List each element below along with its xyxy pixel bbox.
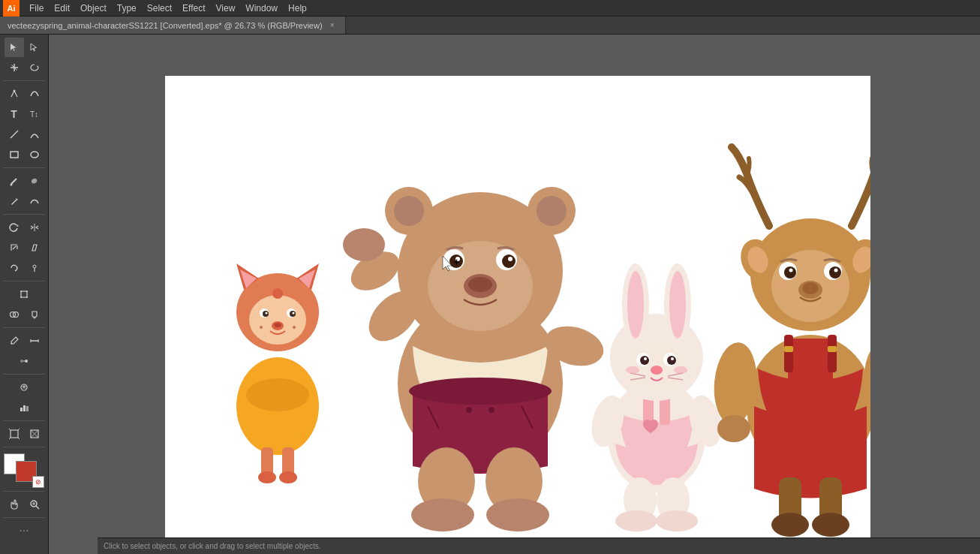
tab-bar: vecteezyspring_animal-characterSS1221 [C… <box>0 17 980 35</box>
warp-tool[interactable] <box>5 258 24 278</box>
tab-close-button[interactable]: × <box>327 20 338 31</box>
separator-3 <box>4 214 44 215</box>
paintbrush-tool[interactable] <box>5 171 24 191</box>
svg-line-32 <box>36 506 39 509</box>
column-graph-tool[interactable] <box>14 398 34 417</box>
symbol-sprayer-tool[interactable] <box>14 378 34 397</box>
tool-row-type: T T↕ <box>5 104 44 124</box>
rectangle-tool[interactable] <box>5 145 24 164</box>
tool-row-freetransform <box>14 285 34 304</box>
svg-rect-11 <box>21 291 27 297</box>
tool-row-hand <box>5 495 44 514</box>
touch-type-tool[interactable]: T↕ <box>25 104 44 124</box>
eyedropper-tool[interactable] <box>5 331 24 351</box>
menu-window[interactable]: Window <box>240 2 283 15</box>
selection-tool[interactable] <box>5 38 24 57</box>
pen-tool[interactable] <box>5 84 24 104</box>
reflect-tool[interactable] <box>25 218 44 237</box>
blend-tool[interactable] <box>14 351 34 371</box>
separator-2 <box>4 167 44 168</box>
tool-row-rect <box>5 145 44 164</box>
svg-point-3 <box>13 90 15 92</box>
arc-tool[interactable] <box>25 125 44 144</box>
svg-point-7 <box>10 184 12 186</box>
separator-10 <box>4 517 44 518</box>
main-layout: T T↕ <box>0 35 980 554</box>
curvature-tool[interactable] <box>25 84 44 104</box>
tool-row-artboard <box>5 424 44 444</box>
tool-row-rotate <box>5 218 44 237</box>
separator-7 <box>4 420 44 421</box>
menu-view[interactable]: View <box>211 2 241 15</box>
none-swatch[interactable]: ⊘ <box>32 476 44 488</box>
live-paint-tool[interactable] <box>25 305 44 324</box>
color-swatches[interactable]: ⊘ <box>4 453 44 488</box>
tool-row-scale <box>5 238 44 257</box>
tool-row-extras: ··· <box>14 521 34 540</box>
shape-builder-tool[interactable] <box>5 305 24 324</box>
smooth-tool[interactable] <box>25 191 44 211</box>
tool-row-eyedropper <box>5 331 44 351</box>
tool-row-lasso <box>5 58 44 77</box>
menu-select[interactable]: Select <box>142 2 177 15</box>
scale-tool[interactable] <box>5 238 24 257</box>
shear-tool[interactable] <box>25 238 44 257</box>
menu-type[interactable]: Type <box>112 2 142 15</box>
blob-brush-tool[interactable] <box>25 171 44 191</box>
tool-row-selection <box>5 38 44 57</box>
zoom-tool[interactable] <box>25 495 44 514</box>
svg-point-15 <box>26 297 28 298</box>
tool-row-graph <box>14 398 34 417</box>
svg-point-22 <box>20 360 23 363</box>
ellipse-tool[interactable] <box>25 145 44 164</box>
svg-point-23 <box>25 360 28 363</box>
free-transform-tool[interactable] <box>14 285 34 304</box>
menu-file[interactable]: File <box>24 2 49 15</box>
tab-title: vecteezyspring_animal-characterSS1221 [C… <box>8 21 323 30</box>
type-tool[interactable]: T <box>5 104 24 124</box>
menu-edit[interactable]: Edit <box>49 2 75 15</box>
svg-rect-26 <box>20 408 23 411</box>
lasso-tool[interactable] <box>25 58 44 77</box>
menu-bar: Ai File Edit Object Type Select Effect V… <box>0 0 980 17</box>
tool-row-blend <box>14 351 34 371</box>
svg-point-13 <box>26 291 28 292</box>
menu-object[interactable]: Object <box>75 2 112 15</box>
pencil-tool[interactable] <box>5 191 24 211</box>
rotate-tool[interactable] <box>5 218 24 237</box>
status-bar: Click to select objects, or click and dr… <box>98 537 980 554</box>
status-text: Click to select objects, or click and dr… <box>104 542 321 550</box>
canvas-area[interactable]: Click to select objects, or click and dr… <box>49 35 980 554</box>
tool-row-warp <box>5 258 44 278</box>
svg-point-14 <box>20 297 22 298</box>
svg-point-12 <box>20 291 22 292</box>
svg-rect-29 <box>11 430 18 438</box>
tool-row-pen <box>5 84 44 104</box>
menu-effect[interactable]: Effect <box>177 2 210 15</box>
separator-5 <box>4 327 44 328</box>
edit-toolbar-button[interactable]: ··· <box>14 521 34 540</box>
left-toolbar: T T↕ <box>0 35 49 554</box>
direct-selection-tool[interactable] <box>25 38 44 57</box>
tool-row-symbol <box>14 378 34 397</box>
separator-4 <box>4 281 44 282</box>
measure-tool[interactable] <box>25 331 44 351</box>
svg-rect-5 <box>11 152 18 158</box>
artboard-tool[interactable] <box>5 424 24 444</box>
line-tool[interactable] <box>5 125 24 144</box>
document-tab[interactable]: vecteezyspring_animal-characterSS1221 [C… <box>0 17 346 34</box>
hand-tool[interactable] <box>5 495 24 514</box>
separator-6 <box>4 374 44 375</box>
tool-row-shapebuilder <box>5 305 44 324</box>
app-logo: Ai <box>3 0 20 17</box>
puppet-warp-tool[interactable] <box>25 258 44 278</box>
magic-wand-tool[interactable] <box>5 58 24 77</box>
svg-point-6 <box>31 152 38 158</box>
separator-1 <box>4 80 44 81</box>
slice-tool[interactable] <box>25 424 44 444</box>
svg-point-9 <box>33 265 36 268</box>
svg-point-18 <box>11 343 12 345</box>
artboard <box>165 76 870 541</box>
menu-help[interactable]: Help <box>283 2 312 15</box>
tool-row-pencil <box>5 191 44 211</box>
